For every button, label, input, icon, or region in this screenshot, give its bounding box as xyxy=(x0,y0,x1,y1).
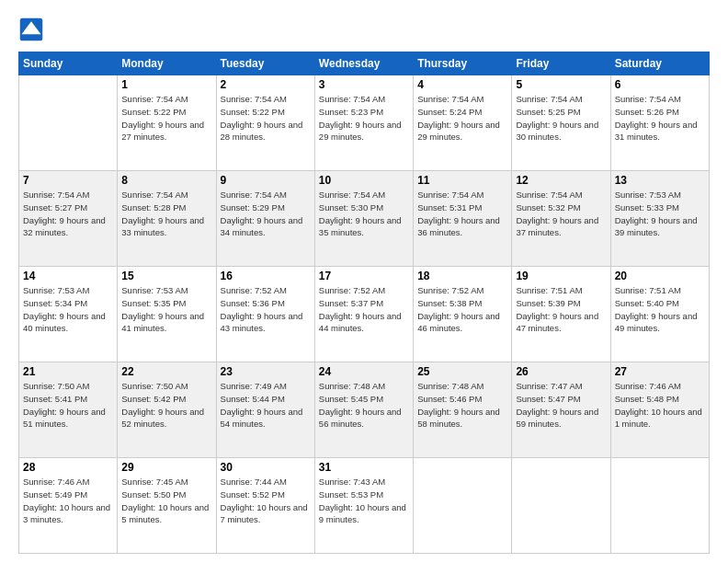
calendar-cell: 28Sunrise: 7:46 AMSunset: 5:49 PMDayligh… xyxy=(19,458,118,554)
calendar-cell: 6Sunrise: 7:54 AMSunset: 5:26 PMDaylight… xyxy=(610,75,709,171)
day-number: 15 xyxy=(121,270,211,282)
calendar-cell: 13Sunrise: 7:53 AMSunset: 5:33 PMDayligh… xyxy=(610,171,709,267)
day-info: Sunrise: 7:50 AMSunset: 5:41 PMDaylight:… xyxy=(23,380,113,431)
day-info: Sunrise: 7:53 AMSunset: 5:35 PMDaylight:… xyxy=(121,284,211,335)
day-number: 28 xyxy=(23,461,113,474)
calendar-cell: 2Sunrise: 7:54 AMSunset: 5:22 PMDaylight… xyxy=(216,75,314,171)
day-info: Sunrise: 7:54 AMSunset: 5:26 PMDaylight:… xyxy=(615,93,705,144)
calendar-cell: 11Sunrise: 7:54 AMSunset: 5:31 PMDayligh… xyxy=(414,171,512,267)
calendar-week-row: 14Sunrise: 7:53 AMSunset: 5:34 PMDayligh… xyxy=(19,267,710,362)
day-number: 1 xyxy=(121,78,211,91)
calendar-cell: 16Sunrise: 7:52 AMSunset: 5:36 PMDayligh… xyxy=(216,267,314,362)
calendar-cell: 25Sunrise: 7:48 AMSunset: 5:46 PMDayligh… xyxy=(414,362,512,458)
day-info: Sunrise: 7:44 AMSunset: 5:52 PMDaylight:… xyxy=(221,476,311,526)
day-info: Sunrise: 7:48 AMSunset: 5:46 PMDaylight:… xyxy=(417,380,507,431)
calendar-cell: 18Sunrise: 7:52 AMSunset: 5:38 PMDayligh… xyxy=(414,267,512,362)
day-number: 12 xyxy=(516,174,606,187)
day-number: 31 xyxy=(319,461,409,474)
calendar-cell: 1Sunrise: 7:54 AMSunset: 5:22 PMDaylight… xyxy=(118,75,216,171)
calendar-week-row: 21Sunrise: 7:50 AMSunset: 5:41 PMDayligh… xyxy=(19,362,710,458)
day-info: Sunrise: 7:52 AMSunset: 5:38 PMDaylight:… xyxy=(417,284,507,335)
day-number: 13 xyxy=(615,174,705,187)
logo xyxy=(18,17,48,42)
day-info: Sunrise: 7:51 AMSunset: 5:40 PMDaylight:… xyxy=(615,284,705,335)
day-number: 18 xyxy=(417,270,507,282)
calendar-cell: 9Sunrise: 7:54 AMSunset: 5:29 PMDaylight… xyxy=(216,171,314,267)
calendar-cell: 14Sunrise: 7:53 AMSunset: 5:34 PMDayligh… xyxy=(19,267,118,362)
calendar-cell: 7Sunrise: 7:54 AMSunset: 5:27 PMDaylight… xyxy=(19,171,118,267)
day-number: 3 xyxy=(319,78,409,91)
calendar-cell: 15Sunrise: 7:53 AMSunset: 5:35 PMDayligh… xyxy=(118,267,216,362)
day-info: Sunrise: 7:47 AMSunset: 5:47 PMDaylight:… xyxy=(516,380,606,431)
day-info: Sunrise: 7:51 AMSunset: 5:39 PMDaylight:… xyxy=(516,284,606,335)
calendar-cell xyxy=(610,458,709,554)
day-info: Sunrise: 7:54 AMSunset: 5:31 PMDaylight:… xyxy=(417,189,507,239)
calendar-cell: 19Sunrise: 7:51 AMSunset: 5:39 PMDayligh… xyxy=(512,267,610,362)
day-info: Sunrise: 7:54 AMSunset: 5:32 PMDaylight:… xyxy=(516,189,606,239)
calendar-header-row: SundayMondayTuesdayWednesdayThursdayFrid… xyxy=(19,52,710,75)
day-number: 7 xyxy=(23,174,113,187)
day-info: Sunrise: 7:53 AMSunset: 5:34 PMDaylight:… xyxy=(23,284,113,335)
day-info: Sunrise: 7:54 AMSunset: 5:23 PMDaylight:… xyxy=(319,93,409,144)
day-info: Sunrise: 7:54 AMSunset: 5:28 PMDaylight:… xyxy=(121,189,211,239)
calendar-cell xyxy=(414,458,512,554)
calendar-cell: 5Sunrise: 7:54 AMSunset: 5:25 PMDaylight… xyxy=(512,75,610,171)
calendar-cell: 17Sunrise: 7:52 AMSunset: 5:37 PMDayligh… xyxy=(314,267,413,362)
day-number: 10 xyxy=(319,174,409,187)
day-number: 23 xyxy=(221,365,311,378)
calendar-cell: 23Sunrise: 7:49 AMSunset: 5:44 PMDayligh… xyxy=(216,362,314,458)
day-info: Sunrise: 7:54 AMSunset: 5:24 PMDaylight:… xyxy=(417,93,507,144)
day-number: 27 xyxy=(615,365,705,378)
calendar-cell: 3Sunrise: 7:54 AMSunset: 5:23 PMDaylight… xyxy=(314,75,413,171)
weekday-header-sunday: Sunday xyxy=(19,52,118,75)
header xyxy=(18,17,710,42)
calendar-cell: 4Sunrise: 7:54 AMSunset: 5:24 PMDaylight… xyxy=(414,75,512,171)
day-number: 17 xyxy=(319,270,409,282)
day-info: Sunrise: 7:54 AMSunset: 5:30 PMDaylight:… xyxy=(319,189,409,239)
day-number: 9 xyxy=(221,174,311,187)
calendar-cell: 20Sunrise: 7:51 AMSunset: 5:40 PMDayligh… xyxy=(610,267,709,362)
day-number: 22 xyxy=(121,365,211,378)
day-info: Sunrise: 7:52 AMSunset: 5:37 PMDaylight:… xyxy=(319,284,409,335)
calendar-cell: 30Sunrise: 7:44 AMSunset: 5:52 PMDayligh… xyxy=(216,458,314,554)
day-number: 26 xyxy=(516,365,606,378)
day-number: 21 xyxy=(23,365,113,378)
weekday-header-wednesday: Wednesday xyxy=(314,52,413,75)
calendar-cell: 22Sunrise: 7:50 AMSunset: 5:42 PMDayligh… xyxy=(118,362,216,458)
calendar-week-row: 7Sunrise: 7:54 AMSunset: 5:27 PMDaylight… xyxy=(19,171,710,267)
day-number: 20 xyxy=(615,270,705,282)
page: SundayMondayTuesdayWednesdayThursdayFrid… xyxy=(0,0,728,563)
day-info: Sunrise: 7:54 AMSunset: 5:29 PMDaylight:… xyxy=(221,189,311,239)
calendar-cell: 29Sunrise: 7:45 AMSunset: 5:50 PMDayligh… xyxy=(118,458,216,554)
weekday-header-thursday: Thursday xyxy=(414,52,512,75)
day-number: 30 xyxy=(221,461,311,474)
calendar-cell: 26Sunrise: 7:47 AMSunset: 5:47 PMDayligh… xyxy=(512,362,610,458)
day-number: 11 xyxy=(417,174,507,187)
weekday-header-friday: Friday xyxy=(512,52,610,75)
day-number: 29 xyxy=(121,461,211,474)
day-number: 19 xyxy=(516,270,606,282)
day-number: 14 xyxy=(23,270,113,282)
calendar-cell: 21Sunrise: 7:50 AMSunset: 5:41 PMDayligh… xyxy=(19,362,118,458)
calendar-cell: 27Sunrise: 7:46 AMSunset: 5:48 PMDayligh… xyxy=(610,362,709,458)
day-info: Sunrise: 7:49 AMSunset: 5:44 PMDaylight:… xyxy=(221,380,311,431)
calendar-cell: 8Sunrise: 7:54 AMSunset: 5:28 PMDaylight… xyxy=(118,171,216,267)
day-info: Sunrise: 7:43 AMSunset: 5:53 PMDaylight:… xyxy=(319,476,409,526)
weekday-header-saturday: Saturday xyxy=(610,52,709,75)
weekday-header-tuesday: Tuesday xyxy=(216,52,314,75)
calendar-cell xyxy=(19,75,118,171)
calendar-cell: 31Sunrise: 7:43 AMSunset: 5:53 PMDayligh… xyxy=(314,458,413,554)
day-info: Sunrise: 7:48 AMSunset: 5:45 PMDaylight:… xyxy=(319,380,409,431)
day-number: 5 xyxy=(516,78,606,91)
day-info: Sunrise: 7:54 AMSunset: 5:22 PMDaylight:… xyxy=(121,93,211,144)
day-info: Sunrise: 7:50 AMSunset: 5:42 PMDaylight:… xyxy=(121,380,211,431)
day-info: Sunrise: 7:46 AMSunset: 5:48 PMDaylight:… xyxy=(615,380,705,431)
day-info: Sunrise: 7:52 AMSunset: 5:36 PMDaylight:… xyxy=(221,284,311,335)
day-number: 16 xyxy=(221,270,311,282)
calendar-cell: 24Sunrise: 7:48 AMSunset: 5:45 PMDayligh… xyxy=(314,362,413,458)
calendar-week-row: 1Sunrise: 7:54 AMSunset: 5:22 PMDaylight… xyxy=(19,75,710,171)
calendar-table: SundayMondayTuesdayWednesdayThursdayFrid… xyxy=(18,52,710,554)
day-number: 24 xyxy=(319,365,409,378)
day-info: Sunrise: 7:54 AMSunset: 5:25 PMDaylight:… xyxy=(516,93,606,144)
weekday-header-monday: Monday xyxy=(118,52,216,75)
